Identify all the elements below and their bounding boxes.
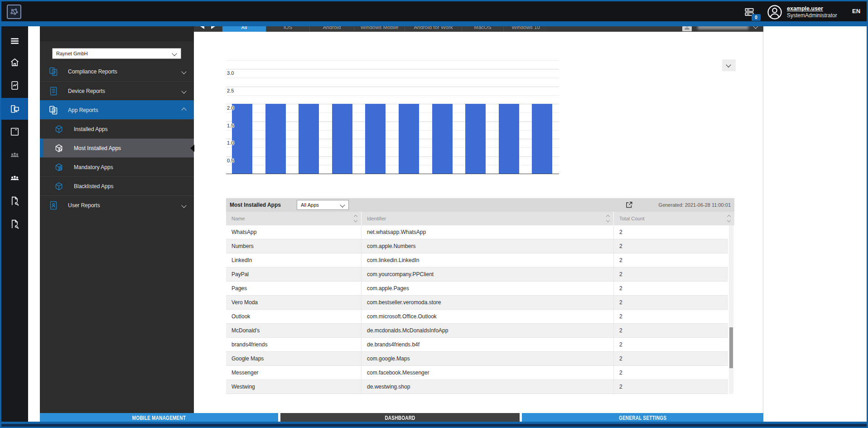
table-scrollbar[interactable] [729,225,733,394]
user-avatar-icon[interactable] [766,4,783,21]
chart-bar [532,104,552,174]
sidebar-item-user-reports[interactable]: User Reports [40,195,194,214]
menu-icon[interactable] [9,35,20,47]
sidebar-item-most-installed-apps[interactable]: Most Installed Apps [40,138,194,157]
table-row[interactable]: McDonald'sde.mcdonalds.McDonaldsInfoApp2 [226,324,728,338]
chevron-down-icon [181,88,186,93]
table-row[interactable]: Google Mapscom.google.Maps2 [226,352,728,366]
chart-bar [499,104,519,174]
sidebar-item-installed-apps[interactable]: Installed Apps [40,119,194,138]
organization-select-value: Raynet GmbH [56,51,88,56]
app-name-cell: Vero Moda [226,296,361,309]
export-share-icon[interactable] [624,200,634,209]
document-key-icon[interactable] [9,195,20,207]
table-row[interactable]: Pagescom.apple.Pages2 [226,282,728,296]
accent-strip [1,21,867,26]
package-icon[interactable] [9,126,20,137]
table-body: WhatsAppnet.whatsapp.WhatsApp2Numberscom… [226,225,728,394]
table-row[interactable]: Outlookcom.microsoft.Office.Outlook2 [226,310,728,324]
app-name-cell: Pages [226,282,361,295]
report-header-bar: Most Installed Apps All Apps Generated: … [226,198,734,212]
sidebar: Raynet GmbH Compliance ReportsDevice Rep… [40,21,194,413]
chart-bar [365,104,386,174]
apps-filter-select[interactable]: All Apps [297,200,349,210]
identifier-cell: com.apple.Numbers [361,239,613,253]
app-cube-search-icon [53,143,64,153]
chevron-down-icon [726,62,731,67]
app-name-cell: Numbers [226,239,361,253]
app-name-cell: brands4friends [226,338,361,351]
table-row[interactable]: Westwingde.westwing.shop2 [226,380,728,394]
generated-timestamp: Generated: 2021-06-28 11:00:01 [659,202,731,208]
total-count-cell: 2 [613,338,728,351]
total-count-cell: 2 [613,324,728,337]
column-header-total-count[interactable]: Total Count [613,212,734,225]
total-count-cell: 2 [613,268,728,281]
report-chart-icon[interactable] [9,80,20,91]
chevron-down-icon [172,51,177,56]
sidebar-item-blacklisted-apps[interactable]: Blacklisted Apps [40,176,194,195]
user-reports-icon [48,200,59,211]
content-area: AlliOSAndroidWindows MobileAndroid for W… [194,21,763,413]
app-cube-lock-icon [53,162,64,172]
sort-icon [607,215,609,222]
gridline [226,60,559,61]
chart-bar [232,104,252,174]
sidebar-item-label: App Reports [68,107,98,113]
sort-icon [728,215,730,222]
clipboard-reports-icon [48,66,59,77]
devices-monitor-icon[interactable] [9,103,20,115]
report-title: Most Installed Apps [230,202,281,208]
chart-bar [332,104,352,174]
user-group-icon[interactable] [9,149,20,160]
identifier-cell: de.mcdonalds.McDonaldsInfoApp [361,324,613,337]
sort-icon [354,215,357,222]
sidebar-item-compliance-reports[interactable]: Compliance Reports [40,62,194,81]
document-key-icon[interactable] [9,219,20,230]
total-count-cell: 2 [613,282,728,295]
identifier-cell: com.linkedin.LinkedIn [361,253,613,267]
app-name-cell: Messenger [226,366,361,379]
table-row[interactable]: brands4friendsde.brands4friends.b4f2 [226,338,728,352]
sidebar-item-label: User Reports [68,202,100,209]
chart-bar [465,104,486,174]
table-row[interactable]: Vero Modacom.bestseller.veromoda.store2 [226,296,728,310]
y-axis-tick-label: 1.0 [227,140,234,146]
sidebar-item-label: Installed Apps [74,126,108,132]
sidebar-item-mandatory-apps[interactable]: Mandatory Apps [40,157,194,176]
identifier-cell: com.facebook.Messenger [361,366,613,379]
sidebar-item-device-reports[interactable]: Device Reports [40,81,194,100]
table-row[interactable]: WhatsAppnet.whatsapp.WhatsApp2 [226,225,728,239]
app-name-cell: LinkedIn [226,253,361,267]
chevron-up-icon [181,107,186,112]
table-row[interactable]: PayPalcom.yourcompany.PPClient2 [226,268,728,282]
column-header-name[interactable]: Name [226,212,361,225]
app-name-cell: Outlook [226,310,361,323]
app-name-cell: Google Maps [226,352,361,365]
table-row[interactable]: LinkedIncom.linkedin.LinkedIn2 [226,253,728,268]
identifier-cell: com.apple.Pages [361,282,613,295]
table-scrollbar-thumb[interactable] [729,327,733,368]
app-logo-icon[interactable] [7,5,21,19]
chart-bar [432,104,453,174]
chart-collapse-button[interactable] [722,59,736,71]
app-name-cell: Westwing [226,380,361,394]
sidebar-item-app-reports[interactable]: App Reports [40,100,194,119]
y-axis-tick-label: 0.5 [227,158,234,163]
home-icon[interactable] [9,57,20,68]
gridline [226,95,559,96]
total-count-cell: 2 [613,296,728,309]
organization-select[interactable]: Raynet GmbH [52,48,181,59]
application-window: 0 example.user SystemAdministrator EN Ra… [0,0,868,428]
table-row[interactable]: Messengercom.facebook.Messenger2 [226,366,728,380]
document-reports-icon [48,86,59,97]
user-name-link[interactable]: example.user [787,5,823,12]
sidebar-item-label: Device Reports [68,88,105,94]
table-row[interactable]: Numberscom.apple.Numbers2 [226,239,728,253]
gridline [226,78,559,78]
chevron-down-icon [340,202,345,207]
user-group-icon[interactable] [9,172,20,184]
language-selector[interactable]: EN [852,8,860,15]
column-header-identifier[interactable]: Identifier [361,212,613,225]
user-role-label: SystemAdministrator [787,12,837,19]
